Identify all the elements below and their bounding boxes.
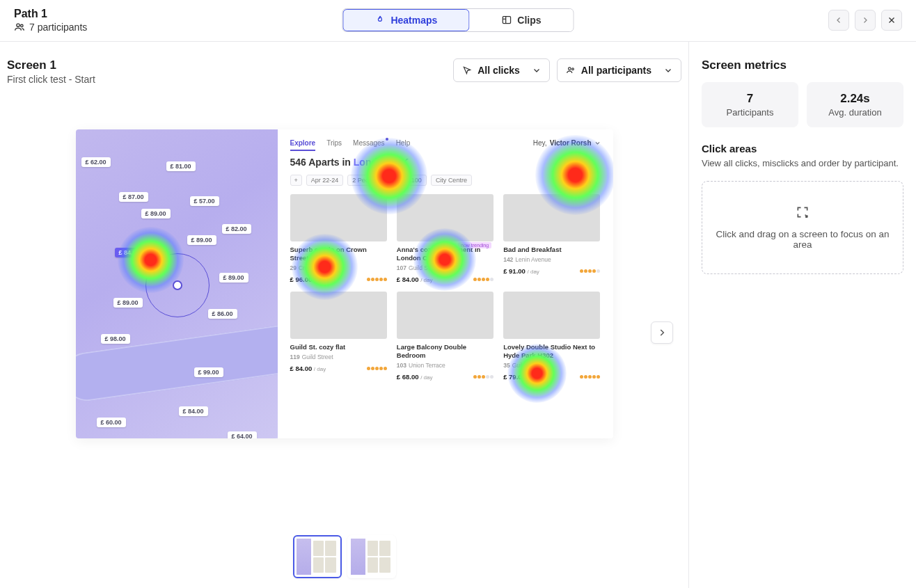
map-price-pin: £ 89.00	[113, 298, 143, 308]
map-price-pin: £ 60.00	[97, 418, 126, 427]
chevron-left-icon	[835, 16, 843, 24]
screen-subtitle: First click test - Start	[7, 74, 95, 85]
tab-clips-label: Clips	[517, 15, 541, 26]
screen-next-button[interactable]	[651, 321, 673, 344]
chevron-down-icon	[532, 66, 541, 74]
svg-point-4	[571, 68, 574, 70]
map-price-pin: £ 89.00	[141, 209, 171, 218]
thumbnail-1[interactable]	[293, 535, 342, 578]
fullscreen-icon	[796, 205, 810, 219]
map-price-pin: £ 86.00	[208, 309, 237, 319]
path-title: Path 1	[14, 8, 87, 20]
map-pane: £ 62.00£ 81.00£ 87.00£ 57.00£ 89.00£ 82.…	[76, 129, 278, 438]
listing-headline: 546 Aparts in London, UK	[290, 157, 601, 168]
prev-button[interactable]	[828, 10, 849, 31]
svg-point-0	[17, 24, 19, 26]
svg-point-3	[568, 67, 571, 70]
chevron-down-icon	[664, 66, 672, 74]
map-price-pin: £ 84.00	[115, 248, 144, 257]
click-areas-desc: View all clicks, misclicks and order by …	[702, 157, 903, 170]
filter-participants-label: All participants	[581, 65, 652, 76]
close-icon	[887, 16, 896, 24]
tab-heatmaps[interactable]: Heatmaps	[342, 9, 469, 31]
header-actions	[828, 10, 902, 31]
screen-preview[interactable]: £ 62.00£ 81.00£ 87.00£ 57.00£ 89.00£ 82.…	[76, 129, 613, 438]
listings-pane: Explore Trips Messages Help Hey, Victor …	[278, 129, 613, 438]
metric-avg-duration[interactable]: 2.24s Avg. duration	[807, 82, 903, 127]
filter-clicks-label: All clicks	[477, 65, 520, 76]
map-radius-circle	[145, 253, 210, 317]
filter-chip: +	[290, 175, 302, 186]
filter-chips: +Apr 22-242 PeopleUp to £100City Centre	[290, 175, 601, 186]
map-price-pin: £ 98.00	[101, 334, 130, 344]
nav-trips: Trips	[326, 139, 342, 147]
view-segmented-control: Heatmaps Clips	[342, 8, 574, 32]
fire-icon	[374, 15, 385, 25]
map-price-pin: £ 99.00	[194, 367, 223, 377]
map-price-pin: £ 62.00	[81, 157, 111, 167]
svg-rect-2	[503, 17, 510, 24]
sidebar-title: Screen metrics	[702, 58, 903, 72]
nav-messages: Messages	[353, 139, 385, 147]
metrics-sidebar: Screen metrics 7 Participants 2.24s Avg.…	[689, 42, 916, 588]
nav-help: Help	[396, 139, 411, 147]
listing-card: Bad and Breakfast142Lenin Avenue£ 91.00 …	[503, 194, 600, 283]
next-button[interactable]	[855, 10, 876, 31]
screen-thumbnails	[293, 523, 396, 581]
layout-icon	[501, 15, 512, 25]
screen-heading: Screen 1 First click test - Start	[7, 58, 95, 85]
listing-card: Lovely Double Studio Next to Hyde Park H…	[503, 292, 600, 381]
chevron-right-icon	[657, 328, 667, 337]
participants-text: 7 participants	[29, 22, 87, 33]
chevron-down-icon	[594, 140, 601, 146]
participants-row: 7 participants	[14, 22, 87, 33]
filter-participants-dropdown[interactable]: All participants	[557, 58, 681, 82]
tab-clips[interactable]: Clips	[469, 9, 573, 31]
filter-chip: Up to £100	[386, 175, 427, 186]
map-price-pin: £ 57.00	[190, 196, 219, 206]
listing-card: Superb condo on Crown Street29Crown Stre…	[290, 194, 387, 283]
drag-hint-text: Click and drag on a screen to focus on a…	[715, 229, 890, 250]
close-button[interactable]	[881, 10, 902, 31]
app-header: Path 1 7 participants Heatmaps Clips	[0, 0, 916, 42]
listing-card: now trendingAnna's cozy appartment in Lo…	[397, 194, 493, 283]
user-menu: Hey, Victor Rorsh	[533, 139, 601, 147]
filter-chip: Apr 22-24	[306, 175, 344, 186]
map-price-pin: £ 64.00	[228, 431, 257, 438]
map-price-pin: £ 84.00	[179, 406, 208, 416]
listing-card: Large Balcony Double Bedroom103Union Ter…	[397, 292, 493, 381]
chevron-right-icon	[861, 16, 869, 24]
svg-point-1	[21, 24, 23, 26]
listing-card: Guild St. cozy flat119Guild Street£ 84.0…	[290, 292, 387, 381]
map-price-pin: £ 89.00	[187, 235, 216, 245]
filter-clicks-dropdown[interactable]: All clicks	[453, 58, 550, 82]
nav-links: Explore Trips Messages Help	[290, 139, 411, 147]
map-price-pin: £ 89.00	[219, 273, 248, 283]
tab-heatmaps-label: Heatmaps	[390, 15, 437, 26]
header-left: Path 1 7 participants	[14, 8, 87, 33]
filter-chip: 2 People	[347, 175, 382, 186]
people-icon	[566, 65, 576, 75]
filter-chip: City Centre	[431, 175, 472, 186]
screen-title: Screen 1	[7, 58, 95, 72]
participants-icon	[14, 22, 25, 33]
main-panel: Screen 1 First click test - Start All cl…	[0, 42, 689, 588]
map-price-pin: £ 82.00	[222, 224, 251, 234]
click-areas-title: Click areas	[702, 143, 903, 154]
map-price-pin: £ 81.00	[166, 161, 196, 171]
metric-participants[interactable]: 7 Participants	[702, 82, 798, 127]
click-area-drag-zone[interactable]: Click and drag on a screen to focus on a…	[702, 181, 903, 274]
nav-explore: Explore	[290, 139, 316, 147]
map-price-pin: £ 87.00	[119, 192, 148, 202]
listing-grid: Superb condo on Crown Street29Crown Stre…	[290, 194, 601, 381]
cursor-icon	[462, 65, 472, 75]
thumbnail-2[interactable]	[347, 535, 396, 578]
